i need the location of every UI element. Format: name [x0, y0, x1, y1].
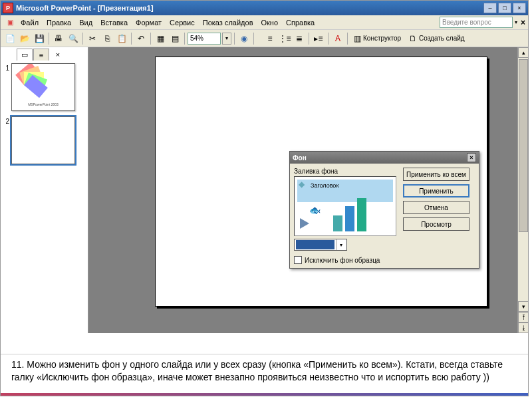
- slide-thumbnail[interactable]: 1 MSPowerPoint 2003: [1, 62, 88, 112]
- chart-icon[interactable]: ▤: [168, 32, 182, 45]
- slide-thumbnail[interactable]: 2: [1, 115, 88, 166]
- bar-icon: [357, 198, 366, 231]
- thumbnail-panel: 1 MSPowerPoint 2003 2: [1, 47, 88, 333]
- copy-icon[interactable]: ⎘: [100, 32, 114, 45]
- dropdown-arrow-icon: ▾: [336, 239, 345, 250]
- window-title: Microsoft PowerPoint - [Презентация1]: [16, 4, 483, 12]
- open-icon[interactable]: 📂: [18, 32, 31, 45]
- menu-tools[interactable]: Сервис: [166, 17, 199, 28]
- help-search-input[interactable]: [440, 17, 513, 28]
- next-slide-icon[interactable]: ⭳: [518, 323, 528, 333]
- exclude-master-label: Исключить фон образца: [305, 257, 380, 264]
- increase-indent-icon[interactable]: ▸≡: [312, 32, 325, 45]
- standard-toolbar: 📄 📂 💾 🖶 🔍 ✂ ⎘ 📋 ↶ ▦ ▤ 54% ▾ ◉ ≡ ⋮≡ ≣ ▸≡ …: [1, 30, 528, 47]
- menu-help[interactable]: Справка: [282, 17, 319, 28]
- menu-file[interactable]: Файл: [17, 17, 43, 28]
- control-box-icon[interactable]: ▣: [3, 16, 17, 29]
- fill-label: Заливка фона: [294, 168, 398, 175]
- cancel-button[interactable]: Отмена: [403, 201, 469, 214]
- thumb-number: 1: [3, 63, 11, 72]
- thumb-number: 2: [3, 116, 11, 125]
- new-slide-button[interactable]: 🗋Создать слайд: [406, 32, 468, 45]
- new-icon[interactable]: 📄: [3, 32, 17, 45]
- help-dropdown-icon[interactable]: ▾: [513, 19, 519, 25]
- dialog-titlebar[interactable]: Фон ×: [290, 152, 479, 164]
- preview-title-text: Заголовок: [311, 182, 338, 189]
- menu-insert[interactable]: Вставка: [96, 17, 132, 28]
- zoom-input[interactable]: 54%: [188, 33, 221, 45]
- vertical-scrollbar[interactable]: ▴ ▾ ⭱ ⭳: [517, 47, 528, 333]
- preview-button[interactable]: Просмотр: [403, 217, 469, 231]
- minimize-button[interactable]: –: [483, 3, 497, 13]
- arrow-icon: [300, 218, 309, 229]
- instruction-text: 11. Можно изменить фон у одного слайда и…: [1, 354, 528, 396]
- mdi-close-button[interactable]: ×: [521, 18, 525, 27]
- menu-window[interactable]: Окно: [257, 17, 283, 28]
- fill-preview: Заголовок ◆ 🐟: [294, 176, 396, 236]
- restore-button[interactable]: □: [498, 3, 511, 13]
- tabs-close-button[interactable]: ×: [50, 49, 66, 61]
- bar-icon: [345, 206, 354, 231]
- menu-format[interactable]: Формат: [132, 17, 166, 28]
- dialog-close-button[interactable]: ×: [467, 153, 476, 162]
- undo-icon[interactable]: ↶: [134, 32, 148, 45]
- paste-icon[interactable]: 📋: [115, 32, 128, 45]
- close-button[interactable]: ×: [513, 3, 526, 13]
- prev-slide-icon[interactable]: ⭱: [518, 312, 528, 323]
- print-icon[interactable]: 🖶: [52, 32, 65, 45]
- cut-icon[interactable]: ✂: [86, 32, 99, 45]
- zoom-dropdown-icon[interactable]: ▾: [222, 33, 231, 45]
- preview-icon[interactable]: 🔍: [66, 32, 80, 45]
- color-swatch: [296, 240, 334, 249]
- apply-button[interactable]: Применить: [403, 184, 469, 198]
- fill-color-dropdown[interactable]: ▾: [294, 239, 347, 251]
- save-icon[interactable]: 💾: [33, 32, 46, 45]
- scroll-up-icon[interactable]: ▴: [518, 47, 528, 58]
- tables-icon[interactable]: ▦: [154, 32, 167, 45]
- slide-editor: Фон × Заливка фона Заголовок ◆ 🐟: [88, 47, 528, 333]
- bullets-icon[interactable]: ⋮≡: [278, 32, 291, 45]
- help-icon[interactable]: ◉: [237, 32, 251, 45]
- numbering-icon[interactable]: ≣: [293, 32, 306, 45]
- decorative-stripe: [1, 393, 528, 396]
- designer-button[interactable]: ▥Конструктор: [350, 32, 404, 45]
- diamond-icon: ◆: [299, 180, 305, 189]
- apply-all-button[interactable]: Применить ко всем: [403, 168, 469, 181]
- fish-icon: 🐟: [309, 205, 321, 215]
- outline-tab[interactable]: ≡: [33, 49, 49, 61]
- menu-edit[interactable]: Правка: [43, 17, 75, 28]
- menubar: ▣ Файл Правка Вид Вставка Формат Сервис …: [1, 15, 528, 30]
- slides-tab[interactable]: ▭: [17, 49, 33, 61]
- window-titlebar: P Microsoft PowerPoint - [Презентация1] …: [1, 1, 528, 15]
- bar-icon: [333, 215, 342, 231]
- menu-slideshow[interactable]: Показ слайдов: [199, 17, 257, 28]
- font-color-icon[interactable]: A: [331, 32, 344, 45]
- background-dialog: Фон × Заливка фона Заголовок ◆ 🐟: [289, 151, 479, 269]
- app-icon: P: [3, 3, 13, 13]
- menu-view[interactable]: Вид: [75, 17, 96, 28]
- scroll-down-icon[interactable]: ▾: [518, 301, 528, 312]
- scroll-thumb[interactable]: [519, 59, 528, 232]
- align-left-icon[interactable]: ≡: [263, 32, 277, 45]
- exclude-master-checkbox[interactable]: [294, 256, 302, 264]
